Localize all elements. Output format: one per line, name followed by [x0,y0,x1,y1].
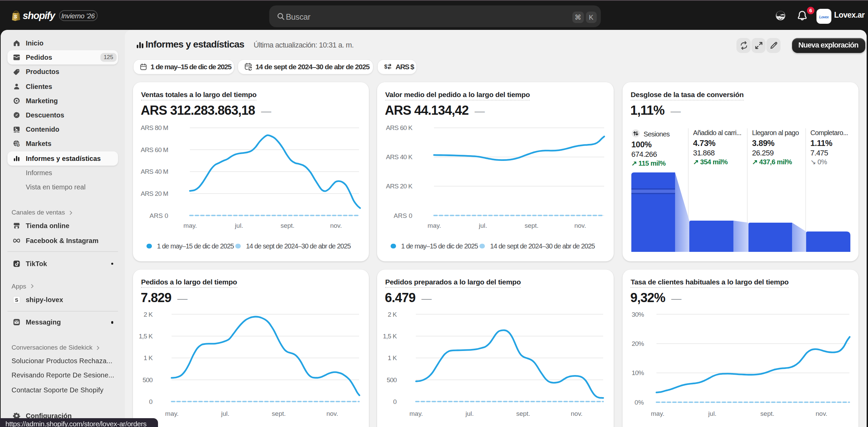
svg-text:ARS 60 K: ARS 60 K [386,124,413,131]
svg-text:jul.: jul. [478,222,487,229]
svg-text:sept.: sept. [280,222,294,229]
svg-text:10%: 10% [632,369,644,376]
svg-text:nov.: nov. [816,410,828,417]
svg-text:sept.: sept. [516,410,530,417]
svg-text:0: 0 [393,398,397,405]
svg-text:jul.: jul. [465,410,474,417]
svg-text:1 K: 1 K [144,354,153,361]
svg-text:1 K: 1 K [388,354,397,361]
svg-text:0%: 0% [635,399,644,406]
svg-text:ARS 20 K: ARS 20 K [386,183,413,190]
svg-text:2 K: 2 K [388,311,397,318]
svg-text:sept.: sept. [525,222,538,229]
svg-text:1,5 K: 1,5 K [139,333,153,340]
svg-text:may.: may. [410,410,423,417]
svg-text:0: 0 [149,398,153,405]
svg-text:1,5 K: 1,5 K [383,333,397,340]
svg-text:nov.: nov. [330,222,342,229]
svg-text:ARS 0: ARS 0 [394,212,412,219]
svg-text:$: $ [17,144,19,147]
svg-text:30%: 30% [632,311,644,318]
svg-text:S: S [14,14,17,19]
svg-text:ARS 0: ARS 0 [150,212,168,219]
svg-text:jul.: jul. [235,222,243,229]
svg-text:500: 500 [387,376,397,384]
svg-text:sept.: sept. [272,410,286,417]
svg-text:$: $ [384,64,388,70]
svg-text:jul.: jul. [221,410,229,417]
svg-text:20%: 20% [632,340,644,347]
svg-text:500: 500 [142,376,153,384]
svg-text:sept.: sept. [761,410,774,417]
svg-text:jul.: jul. [708,410,716,417]
svg-text:ARS 40 K: ARS 40 K [386,153,413,161]
svg-text:may.: may. [651,410,665,417]
svg-text:ARS 20 M: ARS 20 M [141,190,168,197]
svg-text:nov.: nov. [327,410,338,417]
svg-text:ARS 40 M: ARS 40 M [141,168,168,175]
svg-text:may.: may. [165,410,179,417]
svg-text:nov.: nov. [574,222,586,229]
svg-text:may.: may. [183,222,197,229]
svg-text:S: S [15,297,18,302]
svg-text:ARS 60 M: ARS 60 M [141,146,168,153]
svg-text:nov.: nov. [571,410,583,417]
svg-text:2 K: 2 K [144,311,153,318]
svg-text:may.: may. [428,222,441,229]
svg-text:ARS 80 M: ARS 80 M [141,124,168,131]
